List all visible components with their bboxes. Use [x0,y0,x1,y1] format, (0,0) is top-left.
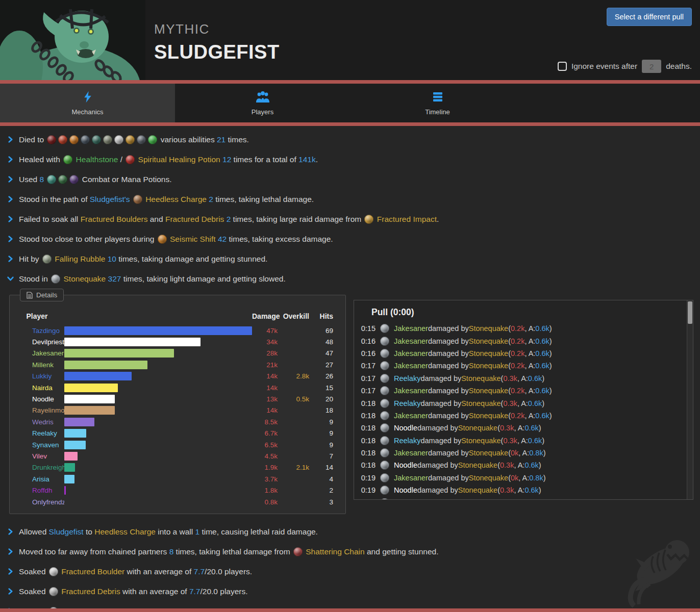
log-event-row: 0:17Jakesaner damaged by Stonequake (0.2… [354,385,693,397]
ability-icon [114,135,123,144]
paren-close: ) [549,324,552,333]
hits-value: 20 [309,395,333,403]
mechanic-line[interactable]: Stood in Stonequake 327 times, taking li… [0,269,700,289]
damage-bar-cell [64,384,252,392]
damage-bar [64,475,74,483]
ability-icon [47,175,56,184]
mechanic-line[interactable]: Soaked Fractured Boulder with an average… [0,562,700,581]
details-button[interactable]: Details [20,289,64,301]
event-time: 0:18 [358,449,376,457]
damage-bar-cell [64,326,252,335]
mechanic-line[interactable]: Moved too far away from chained partners… [0,542,700,562]
event-absorbed: 0.6k [524,424,538,432]
event-verb: damaged by [428,449,469,457]
damage-value: 14k [252,406,278,414]
mechanic-line[interactable]: Stood in the path of Sludgefist's Heedle… [0,189,700,209]
event-ability: Stonequake [461,399,501,407]
damage-value: 8.5k [252,418,278,426]
event-time: 0:18 [358,437,376,445]
paren-close: ) [549,362,552,370]
ignore-events-checkbox[interactable] [558,62,567,71]
damage-value: 4.5k [252,452,278,460]
paren-close: ) [549,349,552,358]
damage-bar-cell [64,338,252,346]
mechanic-line[interactable]: Soaked Fractured Debris with an average … [0,581,700,601]
event-player: Jakesaner [394,499,428,500]
log-event-row: 0:19Jakesaner damaged by Stonequake (0k,… [354,496,693,500]
event-verb: damaged by [417,424,458,432]
damage-bar-cell [64,406,252,415]
player-name: Drunkreight [10,464,64,471]
table-row: Synaven6.5k9 [10,439,333,450]
deaths-input[interactable] [642,60,661,73]
mechanic-line[interactable]: Died to various abilities 21 times. [0,130,700,149]
event-damage: 0.2k [511,324,524,333]
stonequake-icon [380,411,389,420]
event-absorbed: 0.8k [529,499,543,500]
select-pull-button[interactable]: Select a different pull [607,8,692,26]
damage-value: 14k [252,384,278,392]
tab-players[interactable]: Players [175,84,350,122]
event-time: 0:17 [358,387,376,395]
absorb-label: , A: [518,499,529,500]
log-event-row: 0:18Reelaky damaged by Stonequake (0.3k,… [354,435,693,447]
ability-icon [63,155,72,164]
paren-close: ) [542,437,544,445]
mechanic-line[interactable]: Used 8 Combat or Mana Potions. [0,169,700,189]
mechanic-text: Allowed Sludgefist to Heedless Charge in… [19,527,318,537]
absorb-label: , A: [524,362,535,370]
mechanic-line[interactable]: Hit by Falling Rubble 10 times, taking d… [0,249,700,269]
event-damage: 0.2k [511,362,524,370]
event-ability: Stonequake [469,324,508,333]
log-scrollbar[interactable] [687,300,693,499]
event-player: Jakesaner [394,449,428,457]
event-time: 0:16 [358,337,376,345]
event-absorbed: 0.6k [528,399,542,407]
stonequake-icon [380,324,389,333]
mechanic-text: Soaked Fractured Boulder with an average… [19,567,252,576]
event-absorbed: 0.6k [535,362,549,370]
event-ability: Stonequake [458,424,497,432]
mechanic-line[interactable]: Allowed Sludgefist to Heedless Charge in… [0,522,700,542]
table-row: Onlyfrendz0.8k3 [10,496,333,507]
event-time: 0:16 [358,349,376,358]
ability-icon [69,135,79,144]
header: MYTHIC SLUDGEFIST Select a different pul… [0,0,700,80]
table-row: Reelaky6.7k9 [10,428,333,439]
event-player: Reelaky [394,437,420,445]
event-player: Jakesaner [394,412,428,420]
event-verb: damaged by [420,437,461,445]
chevron-right-icon [7,156,17,163]
hits-value: 27 [309,361,333,369]
log-event-row: 0:18Jakesaner damaged by Stonequake (0k,… [354,447,693,459]
event-damage: 0k [511,449,518,457]
mechanic-line[interactable]: Healed with Healthstone / Spiritual Heal… [0,149,700,169]
ability-icon [137,135,146,144]
chevron-right-icon [7,175,17,183]
player-name: Devilpriest [10,338,64,346]
player-name: Tazdingo [10,327,64,335]
damage-value: 21k [252,361,278,369]
tab-timeline[interactable]: Timeline [350,84,525,122]
ability-icon [126,155,135,164]
mechanic-line[interactable]: Failed to soak all Fractured Boulders an… [0,209,700,229]
ability-icon [51,274,60,284]
ability-icon [133,195,142,204]
player-name: Lukkiy [10,372,64,380]
event-time: 0:19 [358,499,376,500]
damage-bar-cell [64,452,252,461]
log-scrollbar-thumb[interactable] [688,301,692,324]
mechanic-text: Soaked Fractured Debris with an average … [19,587,248,596]
event-time: 0:15 [358,324,376,333]
player-name: Noodle [10,395,64,403]
mechanic-line[interactable]: Stood too close to other players during … [0,229,700,249]
tab-mechanics[interactable]: Mechanics [0,84,175,122]
event-damage: 0k [511,499,518,500]
paren-close: ) [542,399,544,407]
stonequake-icon [380,486,389,495]
ability-icon [49,587,58,596]
mechanics-list-top: Died to various abilities 21 times.Heale… [0,126,700,289]
damage-value: 28k [252,349,278,357]
damage-value: 47k [252,327,278,335]
stonequake-icon [380,374,389,383]
